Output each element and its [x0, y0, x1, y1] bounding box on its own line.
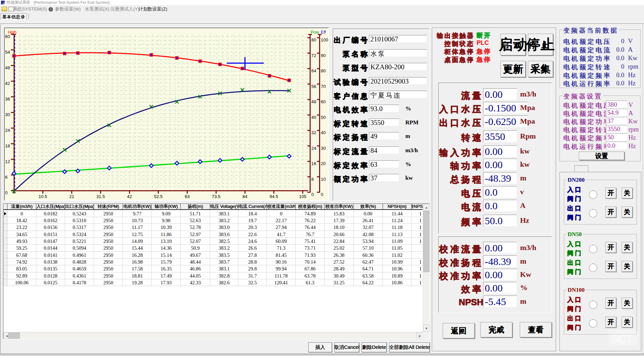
svg-text:0: 0 — [321, 192, 323, 197]
svg-text:36: 36 — [5, 96, 10, 102]
svg-text:20: 20 — [321, 161, 326, 166]
svg-text:16: 16 — [311, 161, 316, 166]
svg-text:21: 21 — [69, 194, 74, 199]
svg-text:40: 40 — [311, 115, 316, 120]
svg-text:90: 90 — [321, 53, 326, 58]
svg-text:High: High — [8, 30, 17, 35]
svg-text:84: 84 — [242, 194, 247, 199]
svg-text:30: 30 — [5, 112, 10, 117]
svg-text:56: 56 — [311, 84, 316, 89]
svg-text:18: 18 — [5, 143, 10, 148]
svg-text:40: 40 — [321, 130, 326, 135]
svg-text:42: 42 — [127, 194, 132, 199]
svg-text:31.5: 31.5 — [96, 194, 105, 199]
svg-text:24: 24 — [311, 146, 316, 151]
svg-text:42: 42 — [5, 81, 10, 86]
svg-text:73.5: 73.5 — [212, 194, 220, 199]
svg-text:0: 0 — [311, 192, 314, 197]
svg-text:0: 0 — [5, 190, 7, 195]
svg-text:72: 72 — [311, 53, 316, 58]
svg-text:10.5: 10.5 — [39, 194, 47, 199]
svg-text:48: 48 — [5, 65, 10, 70]
svg-text:32: 32 — [311, 130, 316, 135]
svg-text:80: 80 — [321, 68, 326, 73]
svg-text:80: 80 — [311, 37, 316, 42]
svg-text:48: 48 — [311, 99, 316, 104]
svg-text:100: 100 — [321, 37, 328, 42]
svg-text:60: 60 — [321, 99, 326, 104]
svg-text:24: 24 — [5, 128, 10, 133]
svg-text:12: 12 — [5, 159, 10, 164]
svg-text:60: 60 — [5, 34, 10, 39]
svg-text:Eff: Eff — [321, 30, 326, 35]
svg-text:6: 6 — [5, 175, 7, 180]
svg-text:10: 10 — [321, 177, 326, 182]
svg-text:94.5: 94.5 — [270, 194, 278, 199]
svg-text:63: 63 — [185, 194, 189, 199]
svg-text:105: 105 — [299, 194, 307, 199]
svg-text:50: 50 — [321, 115, 326, 120]
svg-text:70: 70 — [321, 84, 326, 89]
svg-text:8: 8 — [311, 177, 314, 182]
svg-text:Pow: Pow — [311, 30, 319, 35]
svg-text:52.5: 52.5 — [154, 194, 163, 199]
svg-text:64: 64 — [311, 68, 316, 73]
svg-text:54: 54 — [5, 50, 10, 55]
svg-text:30: 30 — [321, 146, 326, 151]
